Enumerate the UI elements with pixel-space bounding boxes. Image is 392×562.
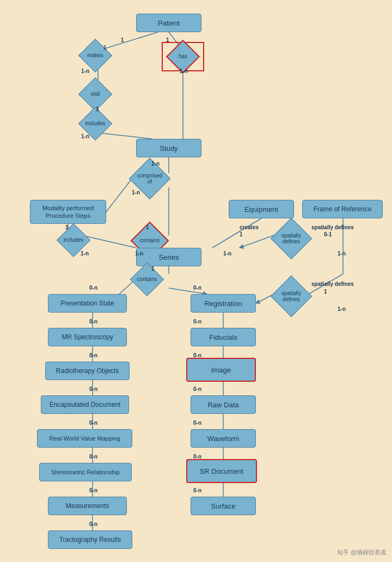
has-diamond: has (162, 42, 204, 71)
equipment-box: Equipment (229, 200, 294, 218)
patient-box: Patient (136, 14, 201, 32)
stereometric-box: Stereometric Relationship (39, 463, 132, 481)
study-box: Study (136, 139, 201, 157)
frame-ref-box: Frame of Reference (302, 200, 383, 218)
modality-box: Modality performedProcedure Steps (30, 200, 106, 224)
svg-line-13 (212, 218, 261, 248)
spatially-defines-bot-diamond: spatiallydefines (267, 281, 316, 311)
mult-0n-h: 0-n (193, 386, 201, 392)
mult-1n-h: 1-n (338, 251, 346, 256)
mult-0n-e: 0-n (89, 352, 97, 358)
registration-box: Registration (191, 294, 256, 313)
spatially-label-top: spatially defines (311, 224, 354, 230)
mult-1g: 1 (146, 224, 149, 230)
includes-mid-diamond: includes (54, 227, 93, 254)
mult-1c: 1 (166, 37, 169, 43)
mult-1e: 1-n (151, 161, 160, 167)
mult-1n-c: 1-n (81, 133, 89, 139)
watermark: 知乎 @熵丽纹蕉蕉 (337, 548, 387, 557)
diagram: Patient makes has visit includes Study c… (0, 0, 392, 562)
makes-diamond: makes (76, 42, 114, 69)
mult-0n-l: 0-n (193, 454, 201, 460)
mult-0n-f: 0-n (193, 352, 201, 358)
mult-0n-d: 0-n (193, 319, 201, 325)
surface-box: Surface (191, 497, 256, 515)
mult-0n-c: 0-n (89, 319, 97, 325)
spatially-defines-top-diamond: spatiallydefines (267, 223, 316, 254)
radiotherapy-box: Radiotherapy Objects (45, 362, 130, 380)
mult-1n-g: 1-n (223, 251, 231, 256)
mult-01a: 0-1 (324, 231, 332, 237)
mult-1b: 1 (103, 45, 107, 51)
mult-0n-a: 0-n (89, 285, 97, 291)
mult-0n-k: 0-n (89, 454, 97, 460)
spatially-label-bot: spatially defines (311, 281, 354, 287)
presentation-box: Presentation State (48, 294, 127, 313)
mult-1n-d: 1-n (132, 190, 140, 196)
sr-document-box: SR Document (186, 459, 257, 483)
mult-0n-n: 0-n (193, 487, 201, 493)
visit-diamond: visit (76, 81, 114, 108)
mult-1j: 1 (324, 289, 327, 295)
mult-0n-o: 0-n (89, 521, 97, 527)
raw-data-box: Raw Data (191, 395, 256, 414)
mult-0n-m: 0-n (89, 487, 97, 493)
mr-spectroscopy-box: MR Spectroscopy (48, 328, 127, 346)
contains-series-diamond: contains (128, 266, 166, 293)
measurements-box: Measurements (48, 497, 127, 515)
creates-label: creates (240, 224, 259, 230)
mult-1n-e: 1-n (81, 251, 89, 256)
mult-1a: 1 (121, 37, 124, 43)
mult-1n-f: 1-n (135, 251, 143, 256)
fiducials-box: Fiducials (191, 328, 256, 346)
tractography-box: Tractography Results (48, 530, 132, 549)
mult-1f: 1 (65, 224, 69, 230)
image-box: Image (186, 358, 256, 382)
realworld-box: Real-World Value Mapping (37, 429, 132, 448)
mult-0n-g: 0-n (89, 386, 97, 392)
mult-0n-b: 0-n (193, 285, 201, 291)
mult-1n-b: 1-n (180, 68, 188, 74)
mult-0n-j: 0-n (193, 420, 201, 426)
encapsulated-box: Encapsulated Document (41, 395, 129, 414)
mult-1i: 1 (151, 266, 155, 272)
mult-1n-i: 1-n (338, 306, 346, 312)
mult-0n-i: 0-n (89, 420, 97, 426)
mult-1n-a: 1-n (81, 68, 89, 74)
mult-1h: 1 (240, 231, 243, 237)
mult-1d: 1 (96, 106, 99, 112)
waveform-box: Waveform (191, 429, 256, 448)
